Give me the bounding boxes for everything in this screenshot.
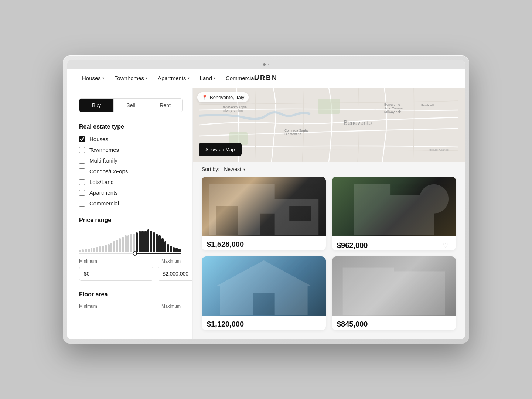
nav-item-apartments[interactable]: Apartments ▾: [158, 75, 190, 81]
svg-rect-14: [209, 184, 275, 199]
checkbox-item-lots-land[interactable]: Lots/Land: [79, 179, 181, 185]
histogram-bar: [130, 234, 132, 252]
histogram-bar: [133, 234, 135, 252]
svg-text:railway halt: railway halt: [384, 110, 401, 114]
checkbox-lots-land[interactable]: [79, 179, 85, 185]
real-estate-type-section: Real estate type HousesTownhomesMulti-fa…: [79, 123, 181, 207]
svg-text:Ponticelli: Ponticelli: [421, 103, 434, 107]
chevron-down-icon: ▾: [188, 76, 190, 80]
svg-rect-27: [394, 271, 445, 279]
histogram-bar: [158, 235, 161, 252]
histogram-bar: [79, 250, 81, 252]
price-inputs: [79, 267, 181, 281]
app-logo: URBN: [254, 74, 278, 82]
listing-price-row: $1,528,000: [207, 240, 321, 249]
histogram-bar: [139, 231, 141, 252]
listing-info: $1,120,0004 bds • 3 ba • 195 m²: [202, 316, 326, 330]
price-range-title: Price range: [79, 217, 181, 224]
checkbox-multi-family[interactable]: [79, 158, 85, 164]
chevron-down-icon: ▾: [146, 76, 147, 80]
svg-rect-21: [430, 214, 434, 235]
histogram-bar: [173, 247, 175, 252]
listing-card[interactable]: $1,120,0004 bds • 3 ba • 195 m²: [202, 256, 326, 330]
svg-rect-1: [318, 99, 340, 114]
checkbox-townhomes[interactable]: [79, 147, 85, 153]
histogram-bar: [99, 246, 101, 252]
checkbox-condos-co-ops[interactable]: [79, 168, 85, 174]
listing-card[interactable]: $845,0003 bds • 2 ba • 140 m²: [332, 256, 456, 330]
histogram-bar: [175, 248, 178, 252]
listing-info: $962,000♡3 bds • 2 ba • 150 m²: [332, 236, 456, 250]
histogram-bar: [125, 235, 127, 252]
histogram-bar: [108, 244, 110, 252]
listing-price-row: $1,120,000: [207, 320, 321, 328]
monitor-wrapper: Houses ▾ Townhomes ▾ Apartments ▾ Land ▾: [63, 55, 469, 344]
nav-bar: Houses ▾ Townhomes ▾ Apartments ▾ Land ▾: [67, 69, 465, 88]
checkbox-item-condos-co-ops[interactable]: Condos/Co-ops: [79, 168, 181, 174]
listing-card[interactable]: $1,528,0004 bds • 5 ba • 233 m²: [202, 177, 326, 250]
price-min-input[interactable]: [79, 267, 153, 281]
map-location-bar: 📍 Benevento, Italy: [197, 92, 249, 102]
checkbox-item-commercial[interactable]: Commercial: [79, 200, 181, 207]
checkbox-label: Condos/Co-ops: [89, 168, 128, 174]
price-max-label: Maximum: [161, 259, 181, 264]
checkbox-houses[interactable]: [79, 136, 85, 142]
histogram-bar: [91, 248, 93, 252]
chevron-down-icon: ▾: [102, 76, 104, 80]
floor-area-labels: Minimum Maximum: [79, 304, 181, 309]
price-max-input[interactable]: [158, 267, 193, 281]
svg-rect-25: [343, 279, 445, 315]
show-on-map-button[interactable]: Show on Map: [199, 143, 242, 156]
map-container: Benevento Appia railway station Benevent…: [193, 88, 465, 162]
price-labels: Minimum Maximum: [79, 259, 181, 264]
checkbox-apartments[interactable]: [79, 190, 85, 196]
sort-value-text: Newest: [224, 166, 241, 172]
checkbox-commercial[interactable]: [79, 201, 85, 207]
histogram-bar: [147, 229, 150, 252]
histogram-bar: [127, 235, 130, 252]
svg-text:Mellusi-Atlantic: Mellusi-Atlantic: [429, 148, 449, 151]
real-estate-type-title: Real estate type: [79, 123, 181, 130]
svg-rect-15: [216, 206, 238, 235]
property-type-list: HousesTownhomesMulti-familyCondos/Co-ops…: [79, 136, 181, 207]
svg-text:Arco Traiano: Arco Traiano: [384, 106, 403, 110]
checkbox-item-houses[interactable]: Houses: [79, 136, 181, 142]
histogram-bar: [88, 249, 90, 252]
nav-item-houses[interactable]: Houses ▾: [82, 75, 104, 81]
tab-rent[interactable]: Rent: [148, 99, 182, 112]
checkbox-item-townhomes[interactable]: Townhomes: [79, 147, 181, 153]
price-slider-handle[interactable]: [133, 251, 137, 256]
map-location-text: Benevento, Italy: [210, 95, 244, 100]
nav-item-commercial[interactable]: Commercial ▾: [226, 75, 259, 81]
histogram-bar: [170, 246, 172, 252]
floor-area-max-label: Maximum: [161, 304, 181, 309]
svg-rect-19: [354, 184, 390, 195]
svg-rect-24: [253, 293, 274, 315]
right-panel: Benevento Appia railway station Benevent…: [193, 88, 465, 339]
svg-text:railway station: railway station: [222, 109, 243, 113]
checkbox-item-apartments[interactable]: Apartments: [79, 190, 181, 196]
listing-details: 3 bds • 2 ba • 140 m²: [337, 330, 451, 330]
listing-details: 4 bds • 3 ba • 195 m²: [207, 330, 321, 330]
floor-area-title: Floor area: [79, 291, 181, 298]
monitor-screen: Houses ▾ Townhomes ▾ Apartments ▾ Land ▾: [67, 60, 465, 339]
histogram-bar: [161, 238, 164, 252]
histogram-bar: [153, 232, 155, 252]
sort-dropdown[interactable]: Sort by: Newest ▾: [202, 166, 245, 172]
nav-item-land[interactable]: Land ▾: [200, 75, 215, 81]
histogram-bar: [150, 231, 152, 252]
checkbox-label: Lots/Land: [89, 179, 114, 185]
listing-image: [332, 256, 456, 316]
svg-point-20: [419, 184, 449, 214]
histogram-bar: [122, 237, 124, 252]
listing-price: $1,120,000: [207, 320, 244, 328]
tab-sell[interactable]: Sell: [114, 99, 148, 112]
histogram-bar: [96, 247, 98, 252]
tab-buy[interactable]: Buy: [79, 99, 113, 112]
histogram-bar: [178, 249, 181, 252]
histogram-bar: [110, 243, 113, 252]
checkbox-item-multi-family[interactable]: Multi-family: [79, 157, 181, 164]
heart-icon[interactable]: ♡: [440, 240, 451, 250]
listing-card[interactable]: $962,000♡3 bds • 2 ba • 150 m²: [332, 177, 456, 250]
nav-item-townhomes[interactable]: Townhomes ▾: [115, 75, 147, 81]
